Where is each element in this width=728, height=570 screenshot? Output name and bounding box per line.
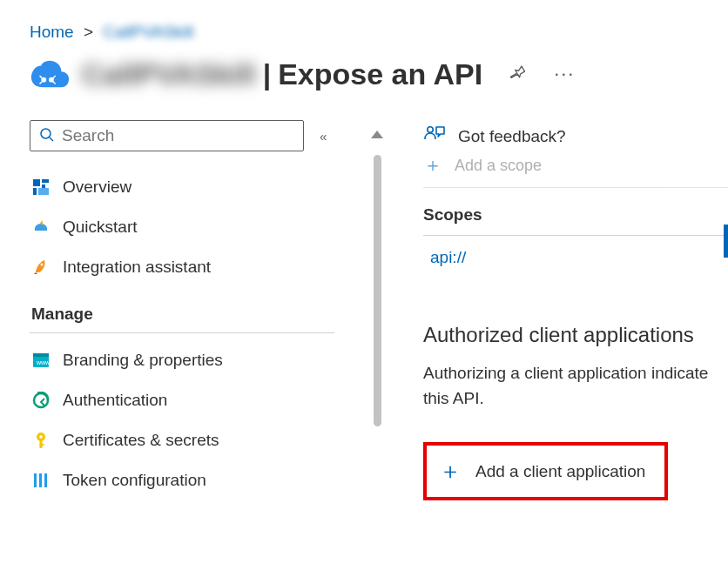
sidebar-item-label: Authentication bbox=[63, 391, 167, 410]
search-icon bbox=[39, 127, 55, 145]
sidebar-item-label: Token configuration bbox=[63, 471, 206, 490]
sidebar-item-label: Integration assistant bbox=[63, 258, 211, 277]
sidebar-item-integration-assistant[interactable]: Integration assistant bbox=[30, 247, 361, 287]
authorized-apps-heading: Authorized client applications bbox=[423, 323, 728, 347]
sidebar-item-label: Certificates & secrets bbox=[63, 431, 219, 450]
quickstart-icon bbox=[31, 218, 51, 237]
plus-icon: ＋ bbox=[439, 456, 462, 486]
add-client-application-label: Add a client application bbox=[475, 462, 645, 481]
breadcrumb-current[interactable]: CallPVASkill bbox=[103, 23, 193, 41]
sidebar-item-token-config[interactable]: Token configuration bbox=[30, 460, 361, 500]
svg-rect-18 bbox=[34, 473, 37, 487]
sidebar-item-quickstart[interactable]: Quickstart bbox=[30, 207, 361, 247]
selection-indicator bbox=[724, 225, 728, 258]
feedback-label: Got feedback? bbox=[458, 127, 566, 146]
sidebar-item-overview[interactable]: Overview bbox=[30, 167, 361, 207]
svg-rect-6 bbox=[42, 184, 45, 188]
add-client-application-button[interactable]: ＋ Add a client application bbox=[423, 442, 668, 500]
app-registration-icon bbox=[30, 54, 70, 94]
svg-rect-7 bbox=[33, 188, 37, 195]
svg-point-21 bbox=[428, 127, 433, 132]
main-content: Got feedback? ＋ Add a scope Scopes api:/… bbox=[361, 120, 728, 570]
feedback-icon bbox=[423, 124, 446, 149]
svg-point-15 bbox=[39, 435, 43, 439]
svg-point-2 bbox=[41, 129, 51, 138]
add-scope-button[interactable]: ＋ Add a scope bbox=[423, 151, 728, 188]
scopes-heading: Scopes bbox=[423, 205, 728, 225]
feedback-button[interactable]: Got feedback? bbox=[423, 120, 728, 154]
page-title-row: CallPVASkill | Expose an API ··· bbox=[0, 50, 728, 120]
sidebar-item-branding[interactable]: www Branding & properties bbox=[30, 340, 361, 380]
svg-rect-5 bbox=[42, 179, 49, 183]
sidebar-item-authentication[interactable]: Authentication bbox=[30, 380, 361, 420]
title-separator: | bbox=[263, 57, 272, 91]
authentication-icon bbox=[31, 391, 51, 410]
sidebar-section-manage: Manage bbox=[30, 287, 334, 333]
scope-row: api:// bbox=[423, 235, 728, 279]
key-icon bbox=[31, 431, 51, 450]
svg-line-3 bbox=[50, 137, 53, 141]
svg-rect-19 bbox=[39, 473, 42, 487]
sidebar-item-label: Branding & properties bbox=[63, 351, 223, 370]
sidebar-item-label: Quickstart bbox=[63, 218, 138, 237]
branding-icon: www bbox=[31, 351, 51, 370]
svg-rect-20 bbox=[44, 473, 47, 487]
page-title: CallPVASkill | Expose an API bbox=[82, 57, 482, 91]
plus-icon: ＋ bbox=[423, 152, 442, 178]
search-input[interactable] bbox=[62, 126, 294, 145]
search-box[interactable] bbox=[30, 120, 304, 151]
pin-icon[interactable] bbox=[509, 64, 526, 85]
svg-point-9 bbox=[41, 264, 44, 266]
svg-rect-4 bbox=[33, 179, 40, 186]
more-icon[interactable]: ··· bbox=[554, 63, 575, 85]
token-config-icon bbox=[31, 471, 51, 490]
sidebar-item-certificates[interactable]: Certificates & secrets bbox=[30, 420, 361, 460]
add-scope-label: Add a scope bbox=[455, 157, 542, 175]
breadcrumb-home[interactable]: Home bbox=[30, 23, 74, 41]
breadcrumb: Home > CallPVASkill bbox=[0, 0, 728, 50]
title-text: Expose an API bbox=[278, 57, 482, 91]
app-name: CallPVASkill bbox=[82, 57, 256, 91]
sidebar-item-label: Overview bbox=[63, 178, 131, 197]
scope-uri-link[interactable]: api:// bbox=[430, 248, 466, 266]
breadcrumb-separator: > bbox=[84, 23, 93, 41]
authorized-apps-description: Authorizing a client application indicat… bbox=[423, 361, 728, 411]
svg-rect-17 bbox=[40, 444, 44, 446]
overview-icon bbox=[31, 178, 51, 197]
svg-rect-11 bbox=[33, 353, 49, 357]
collapse-sidebar-icon[interactable]: « bbox=[320, 129, 327, 144]
svg-rect-8 bbox=[38, 188, 49, 195]
sidebar: « Overview Quickstart Integration assist… bbox=[30, 120, 361, 570]
svg-text:www: www bbox=[36, 359, 50, 365]
rocket-icon bbox=[31, 258, 51, 277]
